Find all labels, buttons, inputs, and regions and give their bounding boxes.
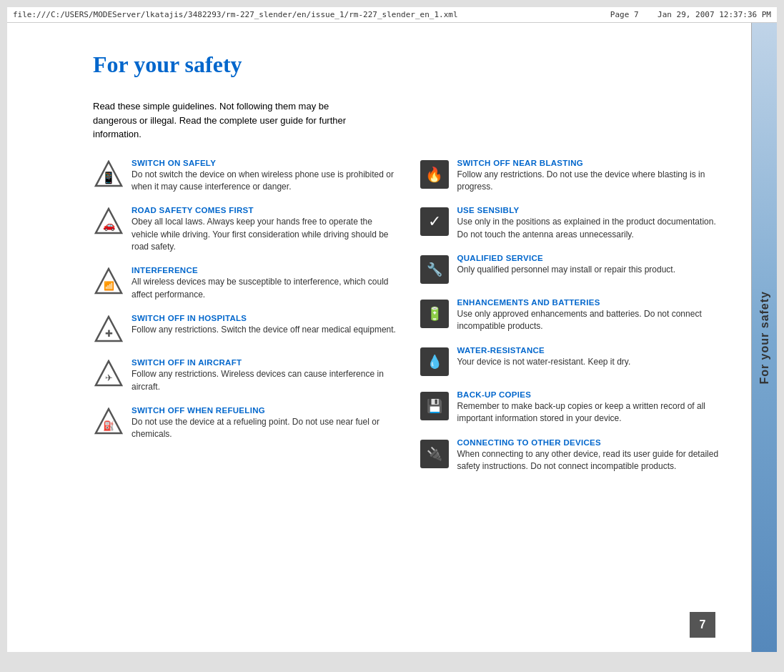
use-sensibly-icon: ✓ <box>419 206 450 237</box>
water-resistance-desc: Your device is not water-resistant. Keep… <box>457 356 723 368</box>
aircraft-text: SWITCH OFF IN AIRCRAFT Follow any restri… <box>132 358 397 393</box>
list-item: 💾 BACK-UP COPIES Remember to make back-u… <box>419 390 723 425</box>
backup-copies-icon: 💾 <box>419 390 450 422</box>
batteries-desc: Use only approved enhancements and batte… <box>457 308 723 333</box>
page-info: Page 7 Jan 29, 2007 12:37:36 PM <box>610 10 771 19</box>
blasting-icon: 🔥 <box>419 159 450 190</box>
connecting-text: CONNECTING TO OTHER DEVICES When connect… <box>457 438 723 473</box>
page-number: 7 <box>690 612 715 638</box>
refueling-icon: ⛽ <box>93 406 124 438</box>
blasting-title: SWITCH OFF NEAR BLASTING <box>457 159 723 167</box>
connecting-title: CONNECTING TO OTHER DEVICES <box>457 438 723 447</box>
interference-text: INTERFERENCE All wireless devices may be… <box>132 266 397 301</box>
qualified-service-text: QUALIFIED SERVICE Only qualified personn… <box>457 254 723 276</box>
svg-text:📶: 📶 <box>104 280 114 291</box>
right-column: 🔥 SWITCH OFF NEAR BLASTING Follow any re… <box>419 159 723 486</box>
filepath: file:///C:/USERS/MODEServer/lkatajis/348… <box>13 10 458 19</box>
intro-text: Read these simple guidelines. Not follow… <box>93 99 364 142</box>
qualified-service-title: QUALIFIED SERVICE <box>457 254 723 262</box>
batteries-text: ENHANCEMENTS AND BATTERIES Use only appr… <box>457 298 723 333</box>
svg-text:🚗: 🚗 <box>103 219 116 232</box>
backup-copies-title: BACK-UP COPIES <box>457 390 723 399</box>
road-safety-icon: 🚗 <box>93 206 124 237</box>
svg-text:✈: ✈ <box>105 372 113 383</box>
water-resistance-title: WATER-RESISTANCE <box>457 346 723 355</box>
svg-text:✦: ✦ <box>105 172 113 183</box>
road-safety-title: ROAD SAFETY COMES FIRST <box>132 206 397 214</box>
list-item: 🔋 ENHANCEMENTS AND BATTERIES Use only ap… <box>419 298 723 333</box>
connecting-desc: When connecting to any other device, rea… <box>457 448 723 473</box>
refueling-text: SWITCH OFF WHEN REFUELING Do not use the… <box>132 406 397 441</box>
list-item: ✈ SWITCH OFF IN AIRCRAFT Follow any rest… <box>93 358 397 393</box>
backup-copies-desc: Remember to make back-up copies or keep … <box>457 400 723 425</box>
use-sensibly-title: USE SENSIBLY <box>457 206 723 214</box>
aircraft-icon: ✈ <box>93 358 124 390</box>
road-safety-desc: Obey all local laws. Always keep your ha… <box>132 216 397 253</box>
two-column-grid: 📱 ✦ SWITCH ON SAFELY Do not switch the d… <box>93 159 723 486</box>
hospitals-text: SWITCH OFF IN HOSPITALS Follow any restr… <box>132 314 397 336</box>
aircraft-desc: Follow any restrictions. Wireless device… <box>132 368 397 393</box>
top-bar: file:///C:/USERS/MODEServer/lkatajis/348… <box>7 7 777 23</box>
svg-text:⛽: ⛽ <box>103 420 115 432</box>
list-item: ✚ SWITCH OFF IN HOSPITALS Follow any res… <box>93 314 397 345</box>
switch-on-safely-text: SWITCH ON SAFELY Do not switch the devic… <box>132 159 397 194</box>
batteries-title: ENHANCEMENTS AND BATTERIES <box>457 298 723 307</box>
list-item: 🚗 ROAD SAFETY COMES FIRST Obey all local… <box>93 206 397 253</box>
backup-copies-text: BACK-UP COPIES Remember to make back-up … <box>457 390 723 425</box>
switch-on-safely-desc: Do not switch the device on when wireles… <box>132 169 397 194</box>
water-resistance-text: WATER-RESISTANCE Your device is not wate… <box>457 346 723 368</box>
interference-icon: 📶 <box>93 266 124 297</box>
switch-on-safely-title: SWITCH ON SAFELY <box>132 159 397 167</box>
refueling-desc: Do not use the device at a refueling poi… <box>132 416 397 441</box>
use-sensibly-desc: Use only in the positions as explained i… <box>457 216 723 241</box>
list-item: 🔥 SWITCH OFF NEAR BLASTING Follow any re… <box>419 159 723 194</box>
list-item: 💧 WATER-RESISTANCE Your device is not wa… <box>419 346 723 377</box>
water-resistance-icon: 💧 <box>419 346 450 377</box>
connecting-icon: 🔌 <box>419 438 450 470</box>
batteries-icon: 🔋 <box>419 298 450 330</box>
svg-text:✚: ✚ <box>105 328 113 339</box>
interference-title: INTERFERENCE <box>132 266 397 275</box>
list-item: 📶 INTERFERENCE All wireless devices may … <box>93 266 397 301</box>
hospitals-desc: Follow any restrictions. Switch the devi… <box>132 324 397 336</box>
qualified-service-icon: 🔧 <box>419 254 450 285</box>
switch-on-safely-icon: 📱 ✦ <box>93 159 124 190</box>
list-item: 📱 ✦ SWITCH ON SAFELY Do not switch the d… <box>93 159 397 194</box>
main-area: For your safety Read these simple guidel… <box>7 23 751 652</box>
list-item: ✓ USE SENSIBLY Use only in the positions… <box>419 206 723 241</box>
list-item: ⛽ SWITCH OFF WHEN REFUELING Do not use t… <box>93 406 397 441</box>
page-wrapper: file:///C:/USERS/MODEServer/lkatajis/348… <box>7 7 777 652</box>
hospitals-title: SWITCH OFF IN HOSPITALS <box>132 314 397 322</box>
aircraft-title: SWITCH OFF IN AIRCRAFT <box>132 358 397 367</box>
use-sensibly-text: USE SENSIBLY Use only in the positions a… <box>457 206 723 241</box>
sidebar-tab: For your safety <box>751 23 777 652</box>
page-content: For your safety Read these simple guidel… <box>7 23 777 652</box>
page-title: For your safety <box>93 51 723 78</box>
blasting-text: SWITCH OFF NEAR BLASTING Follow any rest… <box>457 159 723 194</box>
hospitals-icon: ✚ <box>93 314 124 345</box>
list-item: 🔌 CONNECTING TO OTHER DEVICES When conne… <box>419 438 723 473</box>
road-safety-text: ROAD SAFETY COMES FIRST Obey all local l… <box>132 206 397 253</box>
list-item: 🔧 QUALIFIED SERVICE Only qualified perso… <box>419 254 723 285</box>
left-column: 📱 ✦ SWITCH ON SAFELY Do not switch the d… <box>93 159 397 486</box>
sidebar-tab-label: For your safety <box>758 291 771 385</box>
refueling-title: SWITCH OFF WHEN REFUELING <box>132 406 397 415</box>
blasting-desc: Follow any restrictions. Do not use the … <box>457 169 723 194</box>
interference-desc: All wireless devices may be susceptible … <box>132 276 397 301</box>
qualified-service-desc: Only qualified personnel may install or … <box>457 264 723 276</box>
